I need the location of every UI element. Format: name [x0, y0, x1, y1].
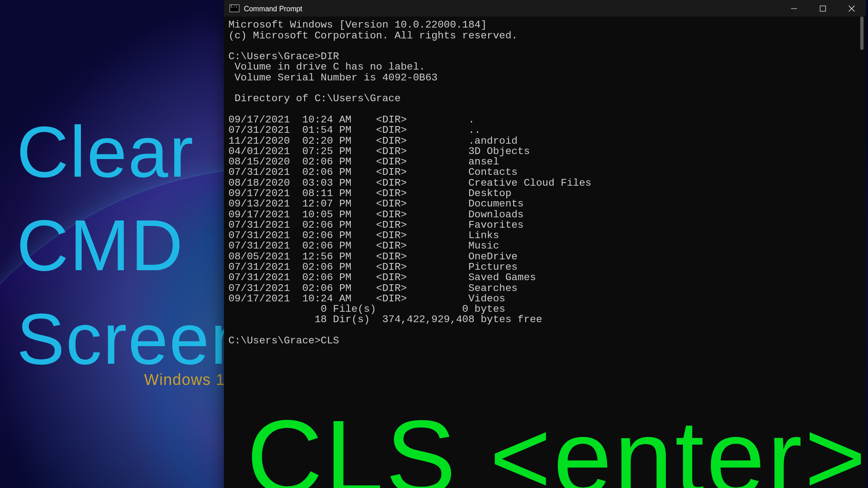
overlay-line-2: CMD [17, 199, 252, 292]
tutorial-subtitle: Windows 11 [144, 371, 234, 389]
minimize-button[interactable] [779, 0, 808, 17]
close-button[interactable] [837, 0, 866, 17]
titlebar[interactable]: Command Prompt [224, 0, 866, 17]
tutorial-title: Clear CMD Screen [17, 105, 252, 386]
window-title: Command Prompt [244, 4, 779, 12]
svg-rect-1 [820, 5, 825, 11]
maximize-button[interactable] [808, 0, 837, 17]
overlay-line-1: Clear [17, 105, 252, 199]
terminal-text: Microsoft Windows [Version 10.0.22000.18… [228, 19, 591, 347]
cmd-icon [230, 5, 240, 12]
tutorial-command-overlay: CLS <enter> [247, 404, 868, 488]
scrollbar-thumb[interactable] [860, 17, 863, 50]
